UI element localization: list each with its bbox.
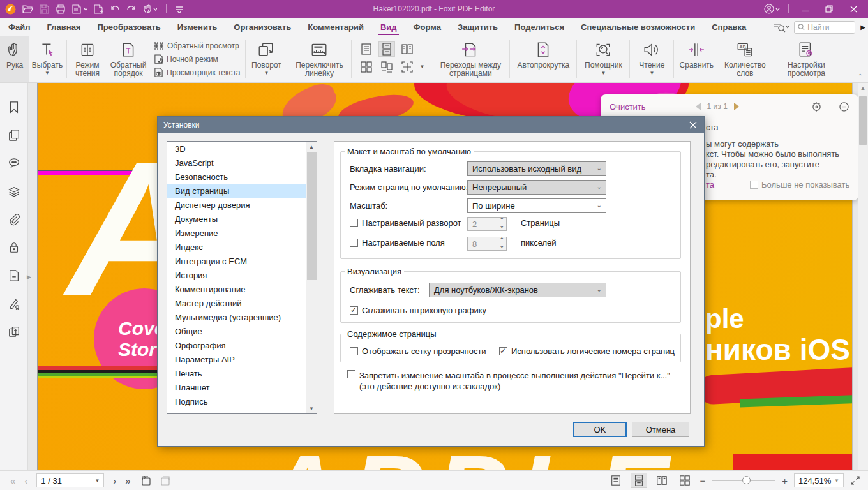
menu-convert[interactable]: Преобразовать: [89, 18, 168, 36]
search-input[interactable]: Найти: [794, 21, 855, 34]
customize-qat-icon[interactable]: [176, 4, 183, 13]
nav-tab-combobox[interactable]: Использовать исходный вид ⌄: [467, 161, 606, 176]
last-page-icon[interactable]: »: [125, 475, 130, 486]
continuous-page-icon[interactable]: [378, 41, 395, 57]
word-count-button[interactable]: AB Количество слов: [717, 36, 772, 82]
category-item[interactable]: JavaScript: [167, 156, 306, 170]
scroll-up-icon[interactable]: ▲: [306, 142, 317, 152]
prev-page-icon[interactable]: ‹: [24, 475, 27, 486]
category-item[interactable]: История: [167, 269, 306, 283]
category-item[interactable]: 3D: [167, 142, 306, 156]
toggle-ruler-button[interactable]: Переключить линейку: [288, 36, 350, 82]
facing-continuous-icon[interactable]: [378, 59, 395, 75]
custom-margin-spinner[interactable]: 8 ⌃⌄: [467, 237, 507, 251]
save-icon[interactable]: [40, 4, 49, 14]
scroll-up-icon[interactable]: ▲: [858, 83, 868, 93]
compare-button[interactable]: Сравнить: [675, 36, 717, 82]
read-aloud-button[interactable]: Чтение ▼: [631, 36, 672, 82]
text-viewer-button[interactable]: Просмотрщик текста: [154, 68, 240, 77]
hand-tool-icon[interactable]: [143, 4, 157, 14]
list-scrollbar[interactable]: ▲ ▼: [306, 142, 317, 413]
category-item[interactable]: Комментирование: [167, 283, 306, 297]
next-notification-icon[interactable]: [734, 103, 739, 110]
facing-view-icon[interactable]: [654, 473, 670, 488]
hand-tool-button[interactable]: Рука: [0, 36, 29, 82]
view-settings-button[interactable]: Настройки просмотра: [775, 36, 837, 82]
scrollbar-thumb[interactable]: [307, 152, 317, 280]
restore-button[interactable]: [818, 0, 840, 18]
pages-panel-icon[interactable]: [8, 129, 20, 142]
menu-accessibility[interactable]: Специальные возможности: [572, 18, 703, 36]
facing-pages-icon[interactable]: [399, 41, 415, 57]
rotate-button[interactable]: Поворот ▼: [247, 36, 285, 82]
prev-notification-icon[interactable]: [696, 103, 701, 110]
chevron-down-icon[interactable]: ▼: [419, 65, 424, 69]
spinner-arrows-icon[interactable]: ⌃⌄: [499, 237, 504, 249]
dialog-titlebar[interactable]: Установки: [158, 117, 704, 133]
category-item[interactable]: Мультимедиа (устаревшие): [167, 311, 306, 325]
scrollbar-thumb[interactable]: [859, 96, 867, 145]
redo-icon[interactable]: [126, 4, 137, 13]
previous-view-icon[interactable]: [140, 475, 151, 486]
smooth-text-combobox[interactable]: Для ноутбуков/ЖК-экранов ⌄: [429, 283, 606, 297]
autoscroll-button[interactable]: Автопрокрутка: [511, 36, 575, 82]
category-item[interactable]: Индекс: [167, 241, 306, 255]
bookmarks-panel-icon[interactable]: [8, 101, 20, 114]
menu-overflow-arrow[interactable]: ▶: [860, 24, 865, 31]
destinations-panel-icon[interactable]: [8, 269, 20, 282]
open-file-icon[interactable]: [22, 4, 33, 14]
category-listbox[interactable]: 3D JavaScript Безопасность Вид страницы …: [167, 141, 317, 414]
category-item[interactable]: Параметры AIP: [167, 353, 306, 367]
category-item[interactable]: Орфография: [167, 339, 306, 353]
next-page-icon[interactable]: ›: [113, 475, 116, 486]
category-item[interactable]: Подпись: [167, 395, 306, 409]
quad-pages-icon[interactable]: [358, 59, 375, 75]
menu-protect[interactable]: Защитить: [449, 18, 506, 36]
menu-home[interactable]: Главная: [39, 18, 89, 36]
page-mode-combobox[interactable]: Непрерывный ⌄: [467, 180, 606, 195]
single-page-icon[interactable]: [358, 41, 375, 57]
category-item[interactable]: Общие: [167, 325, 306, 339]
zoom-level-field[interactable]: 124,51% ▼: [794, 473, 844, 487]
reverse-order-button[interactable]: Обратный порядок: [107, 36, 150, 82]
next-view-icon[interactable]: [160, 475, 172, 486]
menu-file[interactable]: Файл: [0, 18, 39, 36]
menu-view[interactable]: Вид: [372, 18, 405, 36]
night-mode-button[interactable]: Ночной режим: [154, 54, 240, 64]
continuous-view-icon[interactable]: [631, 473, 647, 488]
logical-numbers-checkbox[interactable]: [499, 347, 507, 355]
menu-edit[interactable]: Изменить: [169, 18, 226, 36]
quad-view-icon[interactable]: [677, 473, 693, 488]
assistant-button[interactable]: Помощник ▼: [578, 36, 628, 82]
comments-panel-icon[interactable]: [8, 157, 20, 170]
attachments-panel-icon[interactable]: [8, 213, 20, 226]
smooth-line-checkbox[interactable]: [350, 306, 358, 315]
scroll-down-icon[interactable]: ▼: [306, 403, 317, 413]
layers-panel-icon[interactable]: [8, 185, 20, 198]
menu-form[interactable]: Форма: [405, 18, 449, 36]
page-transitions-button[interactable]: Переходы между страницами: [433, 36, 508, 82]
category-item[interactable]: Документы: [167, 212, 306, 226]
category-item[interactable]: Измерение: [167, 226, 306, 241]
collapse-ribbon-icon[interactable]: ⌃: [858, 73, 863, 80]
cancel-button[interactable]: Отмена: [632, 422, 689, 437]
minimize-button[interactable]: [794, 0, 816, 18]
dont-show-checkbox[interactable]: [750, 181, 758, 189]
notification-settings-icon[interactable]: [811, 101, 822, 112]
zoom-combobox[interactable]: По ширине ⌄: [467, 198, 606, 213]
fullscreen-icon[interactable]: [850, 475, 860, 486]
category-item[interactable]: Мастер действий: [167, 297, 306, 311]
custom-spread-spinner[interactable]: 2 ⌃⌄: [467, 217, 507, 231]
menu-help[interactable]: Справка: [703, 18, 754, 36]
category-item[interactable]: Интеграция с ECM: [167, 255, 306, 269]
clear-link[interactable]: Очистить: [610, 102, 646, 112]
new-document-icon[interactable]: [94, 4, 103, 14]
expand-panel-arrow-icon[interactable]: ▶: [27, 272, 33, 282]
zoom-slider[interactable]: [712, 480, 775, 481]
print-preview-icon[interactable]: [72, 4, 87, 14]
category-item[interactable]: Диспетчер доверия: [167, 198, 306, 212]
search-options-icon[interactable]: [774, 22, 789, 33]
transparency-grid-checkbox[interactable]: [350, 347, 358, 355]
spinner-arrows-icon[interactable]: ⌃⌄: [499, 218, 504, 229]
split-view-icon[interactable]: [399, 59, 415, 75]
